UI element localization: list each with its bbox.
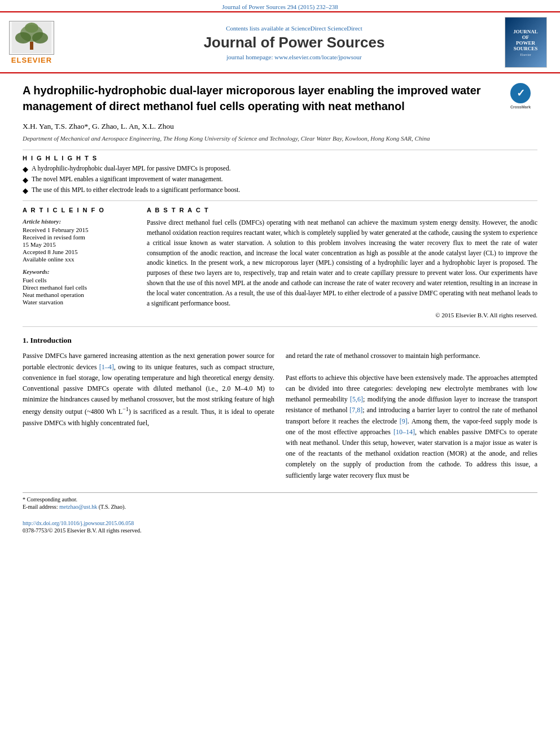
abstract-column: A B S T R A C T Passive direct methanol … bbox=[147, 207, 537, 318]
elsevier-tree-svg bbox=[12, 22, 51, 53]
homepage-url[interactable]: www.elsevier.com/locate/jpowsour bbox=[274, 54, 361, 60]
intro-col2-text: and retard the rate of methanol crossove… bbox=[286, 351, 537, 480]
abstract-copyright: © 2015 Elsevier B.V. All rights reserved… bbox=[147, 312, 537, 318]
bullet-1: ◆ bbox=[23, 165, 28, 174]
elsevier-name: ELSEVIER bbox=[11, 56, 52, 64]
highlight-text-2: The novel MPL enables a significant impr… bbox=[32, 176, 223, 182]
revised-date: 15 May 2015 bbox=[23, 241, 135, 248]
svg-point-2 bbox=[15, 32, 31, 43]
intro-col1: Passive DMFCs have garnered increasing a… bbox=[23, 351, 274, 480]
email-note: E-mail address: metzhao@ust.hk (T.S. Zha… bbox=[23, 504, 537, 510]
sciencedirect-link[interactable]: ScienceDirect bbox=[327, 25, 362, 32]
article-content: A hydrophilic-hydrophobic dual-layer mic… bbox=[0, 73, 560, 544]
article-info-column: A R T I C L E I N F O Article history: R… bbox=[23, 207, 135, 318]
rule-before-info bbox=[23, 200, 537, 201]
journal-title: Journal of Power Sources bbox=[88, 34, 500, 51]
highlights-section: H I G H L I G H T S ◆ A hydrophilic-hydr… bbox=[23, 155, 537, 195]
page: Journal of Power Sources 294 (2015) 232–… bbox=[0, 0, 560, 747]
keyword-4: Water starvation bbox=[23, 299, 135, 305]
article-info-abstract-cols: A R T I C L E I N F O Article history: R… bbox=[23, 207, 537, 318]
highlight-text-3: The use of this MPL to either electrode … bbox=[32, 186, 240, 193]
svg-point-3 bbox=[32, 32, 48, 43]
journal-header-center: Contents lists available at ScienceDirec… bbox=[88, 25, 500, 60]
crossmark-icon: ✓ bbox=[510, 83, 531, 103]
corresponding-author-note: * Corresponding author. bbox=[23, 496, 537, 503]
ref-7-8: [7,8] bbox=[349, 406, 362, 414]
accepted-date: Accepted 8 June 2015 bbox=[23, 248, 135, 255]
highlight-item-1: ◆ A hydrophilic-hydrophobic dual-layer M… bbox=[23, 165, 537, 174]
authors-line: X.H. Yan, T.S. Zhao*, G. Zhao, L. An, X.… bbox=[23, 122, 537, 131]
highlight-text-1: A hydrophilic-hydrophobic dual-layer MPL… bbox=[32, 165, 231, 172]
crossmark-label: CrossMark bbox=[510, 104, 531, 110]
bullet-2: ◆ bbox=[23, 176, 28, 185]
bullet-3: ◆ bbox=[23, 186, 28, 195]
elsevier-logo-area: ELSEVIER bbox=[9, 21, 88, 64]
rule-after-affiliation bbox=[23, 150, 537, 150]
ref-5-6: [5,6] bbox=[350, 395, 363, 403]
ref-1-4: [1–4] bbox=[99, 363, 114, 371]
keywords-label: Keywords: bbox=[23, 268, 135, 275]
section1-title: 1. Introduction bbox=[23, 336, 537, 345]
sciencedirect-text: Contents lists available at ScienceDirec… bbox=[88, 25, 500, 32]
crossmark-badge: ✓ CrossMark bbox=[504, 82, 537, 111]
doi-text: http://dx.doi.org/10.1016/j.jpowsour.201… bbox=[23, 520, 537, 526]
svg-point-5 bbox=[25, 23, 38, 33]
footnote-area: * Corresponding author. E-mail address: … bbox=[23, 492, 537, 534]
journal-reference-text: Journal of Power Sources 294 (2015) 232–… bbox=[222, 3, 338, 10]
ref-9: [9] bbox=[400, 417, 408, 425]
journal-ref: Journal of Power Sources 294 (2015) 232–… bbox=[0, 0, 560, 11]
intro-col1-text: Passive DMFCs have garnered increasing a… bbox=[23, 351, 274, 428]
email-link[interactable]: metzhao@ust.hk bbox=[59, 504, 97, 510]
abstract-label: A B S T R A C T bbox=[147, 207, 537, 213]
article-title-text: A hydrophilic-hydrophobic dual-layer mic… bbox=[23, 84, 481, 112]
available-online: Available online xxx bbox=[23, 256, 135, 263]
revised-label: Received in revised form bbox=[23, 234, 135, 241]
ref-10-14: [10–14] bbox=[393, 428, 415, 436]
rule-after-abstract bbox=[23, 326, 537, 327]
journal-cover-image: JOURNALOFPOWERSOURCES Elsevier bbox=[505, 17, 547, 68]
abstract-text: Passive direct methanol fuel cells (DMFC… bbox=[147, 218, 537, 308]
received-date: Received 1 February 2015 bbox=[23, 226, 135, 233]
authors-text: X.H. Yan, T.S. Zhao*, G. Zhao, L. An, X.… bbox=[23, 122, 174, 130]
journal-cover-area: JOURNALOFPOWERSOURCES Elsevier bbox=[500, 17, 551, 68]
highlight-item-2: ◆ The novel MPL enables a significant im… bbox=[23, 176, 537, 185]
journal-homepage: journal homepage: www.elsevier.com/locat… bbox=[88, 54, 500, 60]
keyword-2: Direct methanol fuel cells bbox=[23, 284, 135, 291]
intro-col2: and retard the rate of methanol crossove… bbox=[286, 351, 537, 480]
article-info-label: A R T I C L E I N F O bbox=[23, 207, 135, 213]
introduction-two-cols: Passive DMFCs have garnered increasing a… bbox=[23, 351, 537, 480]
article-title-area: A hydrophilic-hydrophobic dual-layer mic… bbox=[23, 82, 537, 114]
history-label: Article history: bbox=[23, 218, 135, 225]
highlights-header: H I G H L I G H T S bbox=[23, 155, 537, 161]
keyword-3: Neat methanol operation bbox=[23, 291, 135, 298]
affiliation-text: Department of Mechanical and Aerospace E… bbox=[23, 134, 537, 143]
highlight-item-3: ◆ The use of this MPL to either electrod… bbox=[23, 186, 537, 195]
elsevier-tree-image bbox=[9, 21, 54, 55]
doi-link[interactable]: http://dx.doi.org/10.1016/j.jpowsour.201… bbox=[23, 520, 134, 526]
journal-header: ELSEVIER Contents lists available at Sci… bbox=[0, 11, 560, 73]
issn-text: 0378-7753/© 2015 Elsevier B.V. All right… bbox=[23, 527, 537, 534]
keyword-1: Fuel cells bbox=[23, 277, 135, 283]
elsevier-logo: ELSEVIER bbox=[9, 21, 54, 64]
svg-rect-4 bbox=[30, 42, 33, 50]
